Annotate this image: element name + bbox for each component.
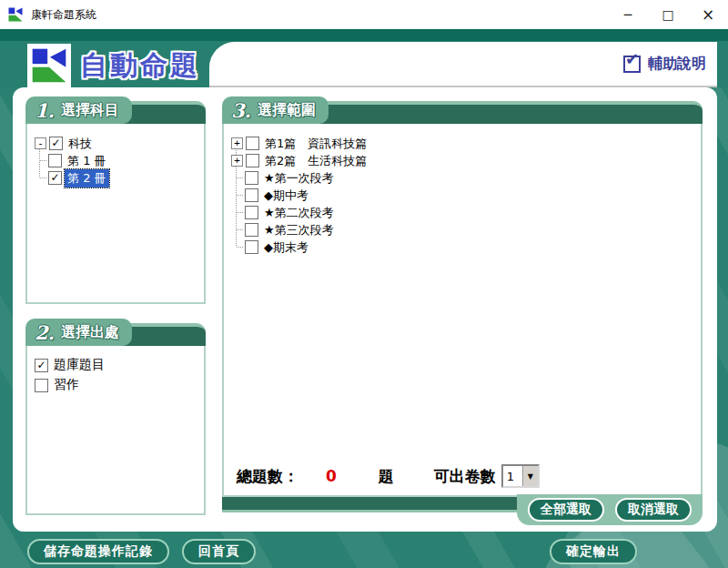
checkbox[interactable] [48, 154, 62, 167]
tree-row-exam2[interactable]: ★第二次段考 [231, 204, 695, 221]
source-list: 題庫題目 習作 [27, 346, 204, 395]
page-title: 自動命題 [80, 47, 200, 85]
home-button[interactable]: 回首頁 [182, 539, 256, 564]
panel-select-range: 3. 選擇範圍 + 第1篇 資訊科技篇 + 第2篇 生活科技篇 [222, 96, 703, 512]
tree-label[interactable]: 第2篇 生活科技篇 [262, 152, 369, 170]
select-all-button[interactable]: 全部選取 [528, 498, 604, 522]
tree-label[interactable]: ★第一次段考 [261, 169, 337, 188]
tree-row-part1[interactable]: + 第1篇 資訊科技篇 [231, 135, 695, 152]
panel-source-body: 題庫題目 習作 [25, 346, 206, 515]
tree-label[interactable]: ◆期末考 [261, 238, 311, 257]
tree-connector [231, 204, 242, 221]
panel-range-number: 3. [231, 99, 251, 122]
header-band: 自動命題 輔助說明 [0, 29, 728, 87]
header-dark-strip [0, 29, 728, 41]
expand-icon[interactable]: + [231, 137, 243, 149]
checkbox[interactable] [246, 154, 259, 167]
dropdown-arrow-icon[interactable]: ▼ [522, 466, 538, 486]
total-questions-count: 0 [326, 467, 337, 485]
total-questions-label: 總題數： [237, 466, 298, 487]
panel-select-source: 2. 選擇出處 題庫題目 習作 [25, 319, 206, 515]
deselect-all-button[interactable]: 取消選取 [615, 498, 692, 522]
panel-source-title: 選擇出處 [61, 323, 119, 342]
confirm-output-button[interactable]: 確定輸出 [550, 539, 637, 564]
tree-row-part2[interactable]: + 第2篇 生活科技篇 [231, 152, 695, 169]
papers-count-select[interactable]: 1 ▼ [501, 464, 540, 488]
list-item[interactable]: 題庫題目 [35, 355, 198, 375]
panel-select-subject: 1. 選擇科目 - 科技 第 1 冊 [25, 96, 206, 304]
tree-label[interactable]: 第1篇 資訊科技篇 [262, 135, 369, 153]
panel-subject-body: - 科技 第 1 冊 第 2 冊 [25, 124, 206, 304]
brand: 自動命題 [27, 44, 200, 87]
checkbox[interactable] [48, 171, 62, 185]
panel-range-body: + 第1篇 資訊科技篇 + 第2篇 生活科技篇 ★第一次段考 [222, 124, 703, 497]
tree-connector [35, 152, 46, 169]
panel-subject-tab: 1. 選擇科目 [25, 96, 132, 124]
tree-label[interactable]: 第 1 冊 [65, 152, 109, 170]
help-button[interactable]: 輔助說明 [623, 55, 706, 74]
panel-subject-number: 1. [35, 99, 55, 122]
list-item-label[interactable]: 題庫題目 [54, 357, 105, 373]
help-label: 輔助說明 [648, 55, 706, 74]
panel-source-header: 2. 選擇出處 [25, 319, 206, 346]
checkbox[interactable] [245, 240, 258, 254]
expand-icon[interactable]: + [231, 155, 243, 167]
tree-connector [231, 238, 242, 256]
tree-row-final[interactable]: ◆期末考 [231, 238, 695, 256]
tree-label[interactable]: ★第二次段考 [261, 204, 337, 222]
close-icon[interactable]: × [688, 0, 728, 29]
totals-row: 總題數： 0 題 可出卷數 1 ▼ [237, 464, 540, 488]
checkbox[interactable] [245, 188, 258, 202]
panel-subject-header: 1. 選擇科目 [25, 96, 206, 124]
panel-source-number: 2. [35, 321, 55, 344]
checkbox[interactable] [246, 137, 259, 150]
total-questions-unit: 題 [379, 466, 394, 487]
panel-range-header: 3. 選擇範圍 [222, 96, 703, 124]
papers-count-value: 1 [503, 466, 522, 486]
window-title: 康軒命題系統 [31, 7, 96, 23]
checkbox[interactable] [245, 206, 258, 219]
tree-label[interactable]: ★第三次段考 [261, 221, 337, 239]
tree-connector [35, 169, 46, 187]
checkbox[interactable] [35, 379, 48, 392]
app-logo-icon [7, 6, 24, 23]
brand-logo-icon [27, 44, 71, 87]
tree-connector [231, 221, 242, 238]
tree-row-subject[interactable]: - 科技 [35, 135, 198, 152]
tree-label-selected[interactable]: 第 2 冊 [65, 169, 109, 188]
range-action-tab: 全部選取 取消選取 [517, 494, 703, 525]
collapse-icon[interactable]: - [35, 137, 46, 149]
checkbox[interactable] [49, 137, 63, 150]
tree-connector [231, 187, 242, 204]
tree-label[interactable]: 科技 [66, 135, 95, 153]
tree-row-midterm[interactable]: ◆期中考 [231, 187, 695, 204]
tree-row-book1[interactable]: 第 1 冊 [35, 152, 198, 169]
tree-connector [231, 169, 242, 187]
minimize-icon[interactable]: ─ [608, 0, 648, 29]
panel-range-tab: 3. 選擇範圍 [222, 96, 329, 124]
list-item[interactable]: 習作 [35, 375, 198, 395]
main-content: 1. 選擇科目 - 科技 第 1 冊 [13, 87, 717, 532]
list-item-label[interactable]: 習作 [54, 377, 79, 393]
checkbox[interactable] [35, 359, 48, 372]
panel-range-title: 選擇範圍 [258, 101, 316, 120]
tree-row-book2[interactable]: 第 2 冊 [35, 169, 198, 187]
range-tree: + 第1篇 資訊科技篇 + 第2篇 生活科技篇 ★第一次段考 [224, 124, 701, 256]
help-check-icon [623, 56, 641, 73]
tree-label[interactable]: ◆期中考 [261, 187, 311, 205]
tree-row-exam3[interactable]: ★第三次段考 [231, 221, 695, 238]
save-record-button[interactable]: 儲存命題操作記錄 [27, 539, 169, 564]
tree-row-exam1[interactable]: ★第一次段考 [231, 169, 695, 187]
panel-subject-title: 選擇科目 [61, 101, 119, 120]
window-controls: ─ □ × [608, 0, 728, 29]
title-bar: 康軒命題系統 ─ □ × [0, 0, 728, 29]
panel-source-tab: 2. 選擇出處 [25, 319, 132, 346]
checkbox[interactable] [245, 171, 258, 185]
maximize-icon[interactable]: □ [648, 0, 688, 29]
app-window: 康軒命題系統 ─ □ × 自動命題 輔助說明 [0, 0, 728, 568]
checkbox[interactable] [245, 223, 258, 237]
papers-count-label: 可出卷數 [434, 466, 496, 487]
subject-tree: - 科技 第 1 冊 第 2 冊 [27, 124, 204, 187]
